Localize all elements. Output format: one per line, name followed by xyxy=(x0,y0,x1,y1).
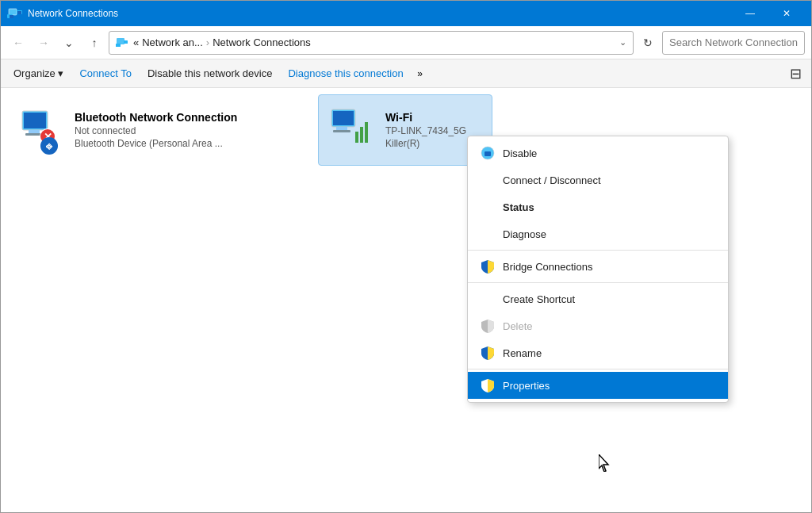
toolbar: Organize ▾ Connect To Disable this netwo… xyxy=(1,59,811,88)
menu-item-status[interactable]: Status xyxy=(468,193,728,220)
dropdown-button[interactable]: ⌄ xyxy=(58,32,80,54)
wifi-info: Wi-Fi TP-LINK_7434_5G Killer(R) xyxy=(385,111,466,149)
menu-connect-label: Connect / Disconnect xyxy=(503,174,601,186)
menu-item-properties[interactable]: Properties xyxy=(468,372,728,399)
diagnose-button[interactable]: Diagnose this connection xyxy=(280,63,411,85)
svg-rect-25 xyxy=(485,151,491,156)
path-separator: › xyxy=(206,36,209,48)
forward-button[interactable]: → xyxy=(33,32,55,54)
address-bar: ← → ⌄ ↑ « Network an... › Network Connec… xyxy=(1,26,811,59)
view-icon: ⊟ xyxy=(790,65,802,82)
wifi-icon-container xyxy=(328,106,376,154)
menu-item-bridge[interactable]: Bridge Connections xyxy=(468,253,728,280)
status-icon-placeholder xyxy=(481,200,495,214)
path-part2: Network Connections xyxy=(213,36,311,48)
wifi-computer-icon xyxy=(328,106,370,147)
menu-item-create-shortcut[interactable]: Create Shortcut xyxy=(468,285,728,312)
path-part1: Network an... xyxy=(142,36,203,48)
svg-rect-4 xyxy=(17,11,21,14)
menu-item-connect-disconnect[interactable]: Connect / Disconnect xyxy=(468,167,728,193)
create-shortcut-icon-placeholder xyxy=(481,292,495,306)
mouse-cursor xyxy=(599,454,613,472)
bluetooth-info: Bluetooth Network Connection Not connect… xyxy=(75,111,237,149)
svg-rect-10 xyxy=(29,130,40,133)
breadcrumb-prefix: « xyxy=(133,36,139,48)
svg-marker-26 xyxy=(599,454,608,472)
disable-button[interactable]: Disable this network device xyxy=(140,63,281,85)
up-button[interactable]: ↑ xyxy=(83,32,105,54)
address-breadcrumb: « Network an... › Network Connections xyxy=(133,36,615,48)
svg-rect-19 xyxy=(336,127,347,130)
bluetooth-icon-container: ✕ ⎆ xyxy=(17,106,65,154)
organize-label: Organize ▾ xyxy=(13,67,63,79)
address-icon xyxy=(116,36,128,49)
menu-item-rename[interactable]: Rename xyxy=(468,339,728,366)
svg-rect-23 xyxy=(365,122,368,143)
wifi-status: TP-LINK_7434_5G xyxy=(385,125,466,136)
svg-rect-7 xyxy=(124,40,128,44)
bluetooth-name: Bluetooth Network Connection xyxy=(75,111,237,124)
title-bar: Network Connections — ✕ xyxy=(1,1,811,26)
more-button[interactable]: » xyxy=(412,63,429,85)
diagnose-icon-placeholder xyxy=(481,227,495,241)
bluetooth-status: Not connected xyxy=(75,125,237,136)
address-chevron-icon: ⌄ xyxy=(619,37,626,48)
menu-item-delete[interactable]: Delete xyxy=(468,312,728,339)
menu-bridge-label: Bridge Connections xyxy=(503,261,592,273)
svg-rect-2 xyxy=(10,15,13,18)
separator-2 xyxy=(468,282,728,283)
menu-rename-label: Rename xyxy=(503,347,542,359)
title-bar-icon xyxy=(7,6,23,21)
properties-shield-icon xyxy=(481,378,495,392)
address-field[interactable]: « Network an... › Network Connections ⌄ xyxy=(109,31,634,55)
menu-create-shortcut-label: Create Shortcut xyxy=(503,293,575,305)
title-bar-title: Network Connections xyxy=(28,8,732,19)
separator-1 xyxy=(468,250,728,251)
svg-rect-9 xyxy=(24,113,46,128)
network-connections-window: Network Connections — ✕ ← → ⌄ ↑ « Networ… xyxy=(0,0,812,513)
wifi-detail: Killer(R) xyxy=(385,138,466,149)
globe-icon xyxy=(481,146,495,160)
connect-to-label: Connect To xyxy=(79,67,132,79)
refresh-button[interactable]: ↻ xyxy=(637,32,659,54)
back-button[interactable]: ← xyxy=(7,32,29,54)
search-input[interactable] xyxy=(662,31,805,55)
menu-item-diagnose[interactable]: Diagnose xyxy=(468,220,728,247)
svg-rect-21 xyxy=(355,132,358,143)
menu-delete-label: Delete xyxy=(503,320,533,332)
wifi-connection-card[interactable]: Wi-Fi TP-LINK_7434_5G Killer(R) xyxy=(318,94,492,166)
bluetooth-connection-card[interactable]: ✕ ⎆ Bluetooth Network Connection Not con… xyxy=(7,94,308,166)
svg-rect-22 xyxy=(360,127,363,143)
svg-rect-18 xyxy=(333,111,354,125)
menu-diagnose-label: Diagnose xyxy=(503,228,546,240)
svg-rect-0 xyxy=(9,9,17,15)
main-content: ✕ ⎆ Bluetooth Network Connection Not con… xyxy=(1,88,811,512)
connect-to-button[interactable]: Connect To xyxy=(71,63,140,85)
separator-3 xyxy=(468,369,728,369)
svg-rect-6 xyxy=(116,44,121,47)
wifi-name: Wi-Fi xyxy=(385,111,466,124)
bluetooth-badge-icon: ⎆ xyxy=(40,136,59,155)
context-menu: Disable Connect / Disconnect Status Diag… xyxy=(467,136,729,403)
bridge-shield-icon xyxy=(481,259,495,274)
menu-properties-label: Properties xyxy=(503,380,550,392)
diagnose-label: Diagnose this connection xyxy=(288,67,403,79)
svg-rect-20 xyxy=(333,130,350,132)
svg-rect-5 xyxy=(117,38,124,44)
svg-text:⎆: ⎆ xyxy=(46,140,53,152)
rename-shield-icon xyxy=(481,346,495,360)
delete-shield-icon xyxy=(481,319,495,333)
menu-disable-label: Disable xyxy=(503,147,537,159)
title-bar-controls: — ✕ xyxy=(732,1,805,26)
menu-status-label: Status xyxy=(503,201,534,213)
disable-label: Disable this network device xyxy=(147,67,273,79)
menu-item-disable[interactable]: Disable xyxy=(468,140,728,167)
minimize-button[interactable]: — xyxy=(732,1,768,26)
bluetooth-detail: Bluetooth Device (Personal Area ... xyxy=(75,138,237,149)
close-button[interactable]: ✕ xyxy=(768,1,805,26)
more-label: » xyxy=(417,68,423,79)
connect-disconnect-icon-placeholder xyxy=(481,173,495,187)
organize-button[interactable]: Organize ▾ xyxy=(6,63,71,85)
view-button[interactable]: ⊟ xyxy=(784,63,806,85)
